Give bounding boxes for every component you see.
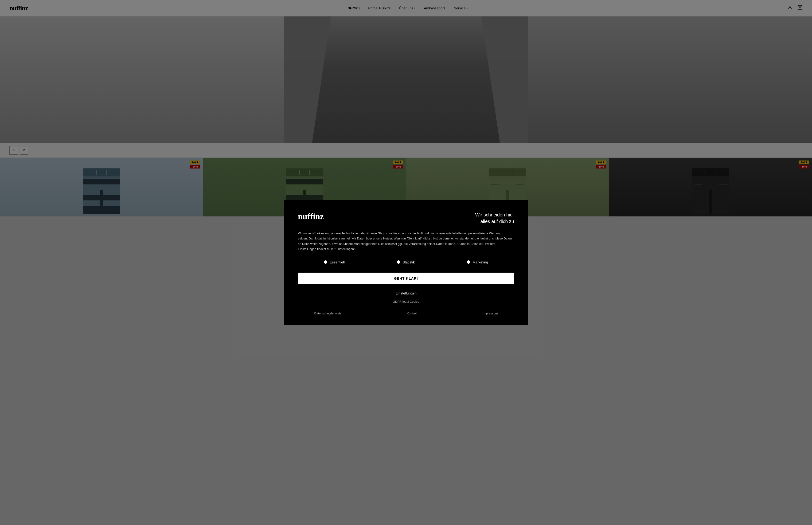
modal-tagline: Wir schneiden hieralles auf dich zu <box>475 211 514 216</box>
cookie-modal: nuffinz Wir schneiden hieralles auf dich… <box>284 200 528 216</box>
cookie-modal-overlay: nuffinz Wir schneiden hieralles auf dich… <box>0 0 812 216</box>
